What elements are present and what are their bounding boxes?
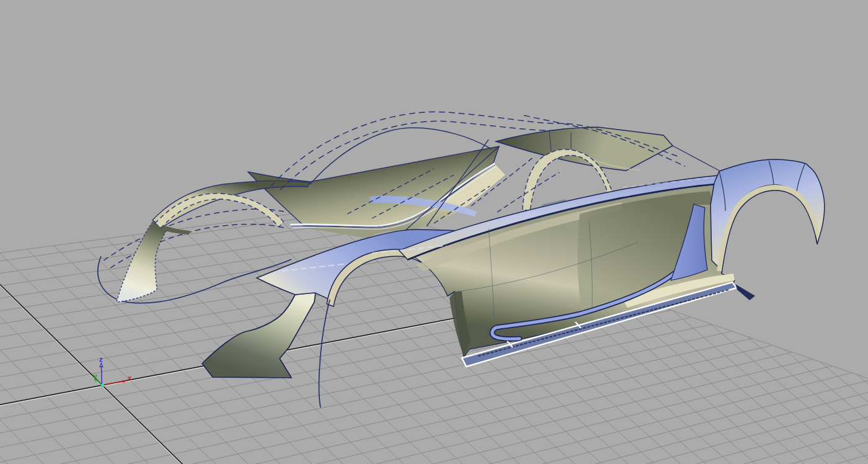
svg-text:y: y bbox=[94, 372, 98, 380]
svg-text:z: z bbox=[99, 355, 103, 363]
svg-text:x: x bbox=[128, 374, 132, 381]
